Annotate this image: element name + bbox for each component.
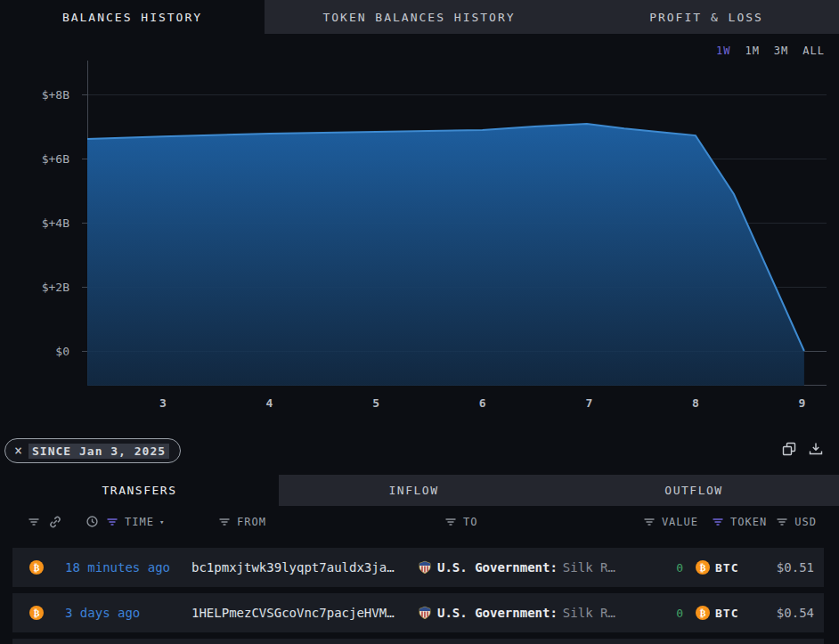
link-icon[interactable] (48, 515, 62, 529)
time-range-selector: 1W 1M 3M ALL (716, 45, 825, 57)
y-axis-label: $0 (55, 345, 69, 358)
transfer-time-link[interactable]: 3 days ago (65, 606, 181, 620)
transfer-time-link[interactable]: 18 minutes ago (65, 560, 181, 575)
bitcoin-icon: ₿ (29, 606, 44, 620)
header-usd[interactable]: USD (794, 516, 817, 528)
transfer-tabbar: TRANSFERS INFLOW OUTFLOW (0, 475, 839, 506)
y-axis-tick (82, 287, 87, 288)
filter-icon[interactable] (444, 515, 458, 529)
balances-history-chart-section: 1W 1M 3M ALL $0$+2B$+4B$+6B$+8B 3456789 (0, 34, 839, 428)
header-token[interactable]: TOKEN (730, 516, 767, 528)
tab-token-balances-history[interactable]: TOKEN BALANCES HISTORY (265, 0, 574, 34)
x-axis-label: 5 (372, 396, 379, 410)
chart-plot[interactable] (87, 61, 827, 386)
y-axis-label: $+6B (42, 152, 69, 166)
value-cell: 0 (632, 561, 683, 575)
since-date-filter-chip[interactable]: × SINCE Jan 3, 2025 (4, 438, 181, 463)
filter-icon-purple[interactable] (711, 515, 725, 529)
x-axis-label: 9 (799, 396, 806, 410)
filter-icon[interactable] (775, 515, 789, 529)
x-axis-label: 3 (159, 396, 167, 410)
chart-actions (780, 440, 825, 458)
filter-icon-purple[interactable] (105, 515, 119, 529)
filter-icon[interactable] (642, 515, 656, 529)
y-axis-label: $+8B (42, 88, 69, 102)
x-axis-label: 4 (266, 396, 273, 410)
token-cell: ₿ BTC (696, 560, 759, 575)
filter-icon[interactable] (217, 515, 232, 529)
bitcoin-icon: ₿ (29, 560, 44, 575)
copy-icon[interactable] (780, 440, 798, 458)
table-row-partial[interactable] (12, 639, 824, 644)
range-1w-button[interactable]: 1W (716, 45, 730, 57)
y-axis-label: $+2B (42, 281, 69, 294)
to-entity-sublabel: Silk R… (563, 606, 615, 620)
table-row[interactable]: ₿ 18 minutes ago bc1pmxjtwk39lyqpt7auldx… (12, 548, 824, 587)
bitcoin-icon: ₿ (696, 560, 710, 575)
to-entity-name: U.S. Government: (437, 606, 558, 620)
transfers-table-header: TIME ▾ FROM TO VALUE TOK (0, 506, 839, 543)
table-row[interactable]: ₿ 3 days ago 1HELPmezCVSGcoVnc7pacjeHVM…… (12, 593, 824, 632)
y-axis-tick (82, 159, 87, 159)
to-entity-sublabel: Silk R… (563, 560, 615, 575)
token-symbol: BTC (715, 607, 738, 620)
range-3m-button[interactable]: 3M (774, 45, 788, 57)
header-from[interactable]: FROM (237, 516, 266, 528)
bitcoin-icon: ₿ (696, 606, 710, 620)
range-all-button[interactable]: ALL (802, 45, 825, 57)
to-entity-name: U.S. Government: (437, 560, 558, 575)
from-address[interactable]: bc1pmxjtwk39lyqpt7auldx3ja… (191, 560, 416, 575)
header-value[interactable]: VALUE (662, 516, 698, 528)
tab-balances-history[interactable]: BALANCES HISTORY (0, 0, 265, 34)
close-icon[interactable]: × (14, 444, 22, 458)
filter-row: × SINCE Jan 3, 2025 (0, 428, 839, 475)
transfers-table-body: ₿ 18 minutes ago bc1pmxjtwk39lyqpt7auldx… (0, 543, 839, 644)
header-time[interactable]: TIME (125, 516, 154, 528)
token-cell: ₿ BTC (696, 606, 759, 620)
from-address[interactable]: 1HELPmezCVSGcoVnc7pacjeHVM… (191, 606, 416, 620)
x-axis-label: 6 (479, 396, 486, 410)
us-government-seal-icon (418, 606, 432, 620)
to-entity-cell[interactable]: U.S. Government: Silk R… (418, 606, 632, 620)
y-axis-label: $+4B (42, 216, 69, 230)
download-icon[interactable] (807, 440, 825, 458)
y-axis-tick (82, 223, 87, 224)
area-chart-svg (87, 61, 827, 386)
chart-mode-tabbar: BALANCES HISTORY TOKEN BALANCES HISTORY … (0, 0, 839, 34)
balance-area-fill (87, 124, 804, 386)
caret-down-icon[interactable]: ▾ (159, 518, 165, 526)
usd-cell: $0.51 (761, 560, 814, 575)
filter-icon[interactable] (27, 515, 41, 529)
tab-inflow[interactable]: INFLOW (279, 475, 549, 506)
tab-transfers[interactable]: TRANSFERS (0, 475, 279, 506)
to-entity-cell[interactable]: U.S. Government: Silk R… (418, 560, 632, 575)
chart-y-axis: $0$+2B$+4B$+6B$+8B (0, 34, 80, 428)
y-axis-tick (82, 351, 87, 352)
token-symbol: BTC (715, 561, 738, 575)
y-axis-tick (82, 94, 87, 95)
tab-outflow[interactable]: OUTFLOW (549, 475, 839, 506)
clock-icon[interactable] (86, 515, 100, 529)
tab-profit-loss[interactable]: PROFIT & LOSS (574, 0, 839, 34)
range-1m-button[interactable]: 1M (745, 45, 759, 57)
filter-chip-label: SINCE Jan 3, 2025 (29, 444, 169, 459)
value-cell: 0 (632, 607, 683, 620)
us-government-seal-icon (418, 560, 432, 575)
x-axis-label: 8 (692, 396, 699, 410)
usd-cell: $0.54 (761, 606, 814, 620)
header-to[interactable]: TO (463, 516, 477, 528)
x-axis-label: 7 (585, 396, 592, 410)
